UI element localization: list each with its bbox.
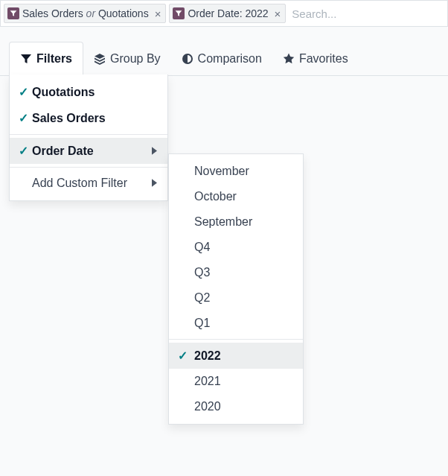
order-date-submenu: November October September Q4 Q3 Q2 Q1 ✓… [168, 153, 304, 425]
filter-item-add-custom[interactable]: Add Custom Filter [10, 171, 167, 196]
tab-group-by[interactable]: Group By [83, 42, 171, 75]
close-icon[interactable]: × [275, 8, 281, 19]
tab-filters[interactable]: Filters [9, 42, 83, 76]
search-toolbar: Filters Group By Comparison Favorites [0, 42, 448, 76]
tab-label: Group By [110, 52, 161, 66]
tab-label: Favorites [299, 52, 348, 66]
funnel-icon [7, 7, 19, 19]
menu-separator [10, 134, 167, 135]
submenu-label: Q1 [194, 317, 210, 330]
submenu-item-month[interactable]: September [169, 209, 303, 235]
layers-icon [94, 53, 106, 65]
filter-item-sales-orders[interactable]: ✓ Sales Orders [10, 105, 167, 131]
menu-label: Sales Orders [32, 112, 106, 125]
check-icon: ✓ [19, 85, 32, 99]
menu-label: Order Date [32, 145, 94, 158]
submenu-label: 2022 [194, 349, 221, 363]
submenu-item-month[interactable]: November [169, 159, 303, 184]
submenu-item-year-2020[interactable]: 2020 [169, 394, 303, 419]
submenu-label: Q4 [194, 241, 210, 254]
submenu-item-year-2021[interactable]: 2021 [169, 369, 303, 394]
filter-chip-order-date[interactable]: Order Date: 2022 × [169, 4, 286, 23]
submenu-label: October [194, 190, 237, 203]
tab-comparison[interactable]: Comparison [171, 42, 272, 75]
submenu-label: Q3 [194, 266, 210, 279]
filters-dropdown: ✓ Quotations ✓ Sales Orders ✓ Order Date… [9, 74, 168, 201]
star-icon [283, 53, 295, 65]
check-icon: ✓ [178, 349, 194, 363]
menu-separator [169, 339, 303, 340]
funnel-icon [20, 53, 32, 65]
check-icon: ✓ [19, 111, 32, 125]
chevron-right-icon [152, 177, 157, 190]
chevron-right-icon [152, 145, 157, 158]
submenu-label: September [194, 215, 252, 229]
tab-favorites[interactable]: Favorites [272, 42, 359, 75]
search-input[interactable] [289, 6, 444, 22]
submenu-label: November [194, 165, 249, 178]
submenu-item-quarter[interactable]: Q1 [169, 311, 303, 336]
menu-label: Add Custom Filter [32, 177, 127, 190]
submenu-item-quarter[interactable]: Q4 [169, 235, 303, 260]
funnel-icon [173, 7, 185, 19]
check-icon: ✓ [19, 144, 32, 158]
filter-chip-sales-quotations[interactable]: Sales Orders or Quotations × [4, 4, 166, 23]
filter-item-quotations[interactable]: ✓ Quotations [10, 79, 167, 105]
tab-label: Filters [36, 52, 72, 66]
chip-text: Order Date: 2022 [188, 7, 268, 19]
menu-label: Quotations [32, 86, 95, 99]
submenu-item-quarter[interactable]: Q3 [169, 260, 303, 285]
submenu-label: 2021 [194, 375, 221, 388]
chip-text: Sales Orders or Quotations [22, 7, 149, 19]
search-bar: Sales Orders or Quotations × Order Date:… [0, 0, 448, 27]
close-icon[interactable]: × [155, 8, 161, 19]
menu-separator [10, 167, 167, 168]
filter-item-order-date[interactable]: ✓ Order Date [10, 138, 167, 164]
submenu-item-year-2022[interactable]: ✓ 2022 [169, 343, 303, 369]
submenu-item-month[interactable]: October [169, 184, 303, 209]
tab-label: Comparison [198, 52, 262, 66]
submenu-label: Q2 [194, 291, 210, 305]
submenu-label: 2020 [194, 400, 221, 413]
submenu-item-quarter[interactable]: Q2 [169, 285, 303, 311]
contrast-icon [182, 53, 193, 65]
